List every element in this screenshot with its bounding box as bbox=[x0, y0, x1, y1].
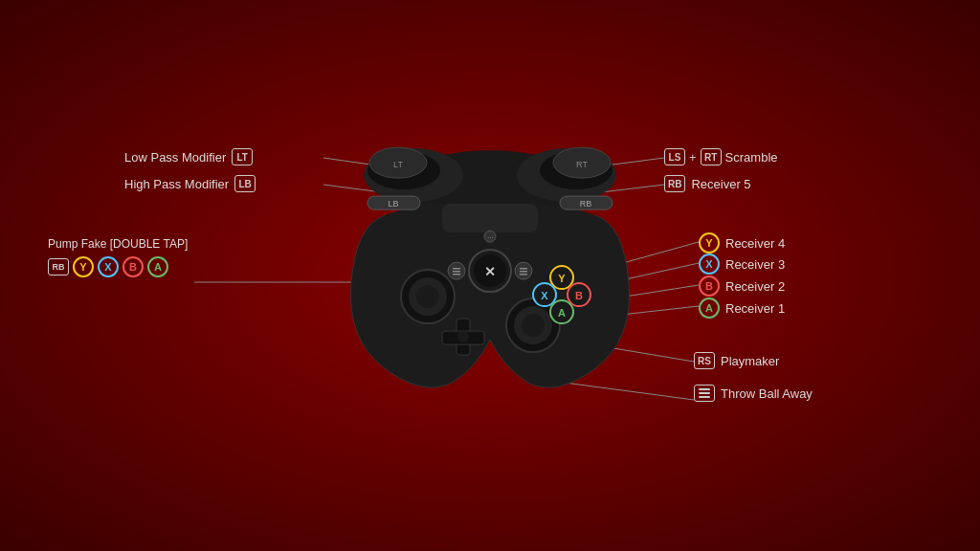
pump-fake-badges: RB Y X B A bbox=[48, 256, 188, 277]
controller-image: ✕ Y X B A LB bbox=[327, 129, 653, 410]
ls-badge: LS bbox=[664, 148, 685, 165]
receiver5-label: RB Receiver 5 bbox=[664, 175, 751, 192]
throw-ball-away-label: Throw Ball Away bbox=[694, 385, 813, 402]
svg-text:⋯: ⋯ bbox=[487, 234, 494, 241]
svg-text:LT: LT bbox=[393, 160, 403, 169]
svg-text:LB: LB bbox=[388, 199, 398, 209]
svg-text:X: X bbox=[541, 290, 548, 301]
y-badge: Y bbox=[699, 232, 720, 253]
svg-text:RT: RT bbox=[576, 160, 588, 169]
playmaker-label: RS Playmaker bbox=[694, 352, 779, 369]
scramble-label: LS + RT Scramble bbox=[664, 148, 778, 165]
svg-rect-11 bbox=[699, 388, 710, 390]
pump-a-badge: A bbox=[147, 256, 168, 277]
svg-point-33 bbox=[416, 285, 439, 308]
pump-fake-label: Pump Fake [DOUBLE TAP] bbox=[48, 237, 188, 251]
rt-badge: RT bbox=[701, 148, 722, 165]
pump-b-badge: B bbox=[122, 256, 144, 277]
svg-text:Y: Y bbox=[558, 273, 566, 284]
svg-point-39 bbox=[457, 331, 469, 342]
x-badge: X bbox=[699, 253, 720, 275]
pump-fake-section: Pump Fake [DOUBLE TAP] RB Y X B A bbox=[48, 237, 188, 277]
svg-rect-13 bbox=[699, 396, 710, 398]
svg-text:A: A bbox=[558, 307, 566, 319]
low-pass-modifier-label: Low Pass Modifier LT bbox=[124, 148, 253, 165]
rs-badge: RS bbox=[694, 352, 715, 369]
receiver2-label: B Receiver 2 bbox=[699, 276, 785, 297]
svg-rect-12 bbox=[699, 392, 710, 394]
receiver1-label: A Receiver 1 bbox=[699, 298, 785, 319]
b-badge: B bbox=[699, 276, 720, 297]
svg-text:✕: ✕ bbox=[484, 264, 496, 279]
rb-badge: RB bbox=[664, 175, 685, 192]
svg-rect-26 bbox=[453, 274, 460, 276]
svg-rect-30 bbox=[520, 274, 527, 276]
pump-y-badge: Y bbox=[73, 256, 94, 277]
svg-text:RB: RB bbox=[580, 199, 592, 209]
high-pass-modifier-label: High Pass Modifier LB bbox=[124, 175, 256, 192]
svg-point-36 bbox=[522, 314, 545, 337]
svg-rect-19 bbox=[442, 204, 538, 232]
svg-rect-25 bbox=[453, 271, 460, 273]
svg-rect-29 bbox=[520, 271, 527, 273]
pump-x-badge: X bbox=[98, 256, 119, 277]
receiver3-label: X Receiver 3 bbox=[699, 253, 785, 275]
receiver4-label: Y Receiver 4 bbox=[699, 232, 785, 253]
svg-rect-24 bbox=[453, 268, 460, 270]
a-badge: A bbox=[699, 298, 720, 319]
lt-badge: LT bbox=[232, 148, 253, 165]
svg-rect-28 bbox=[520, 268, 527, 270]
pump-rb-badge: RB bbox=[48, 258, 69, 276]
menu-icon bbox=[694, 385, 715, 402]
lb-badge: LB bbox=[234, 175, 256, 192]
svg-text:B: B bbox=[575, 290, 583, 301]
